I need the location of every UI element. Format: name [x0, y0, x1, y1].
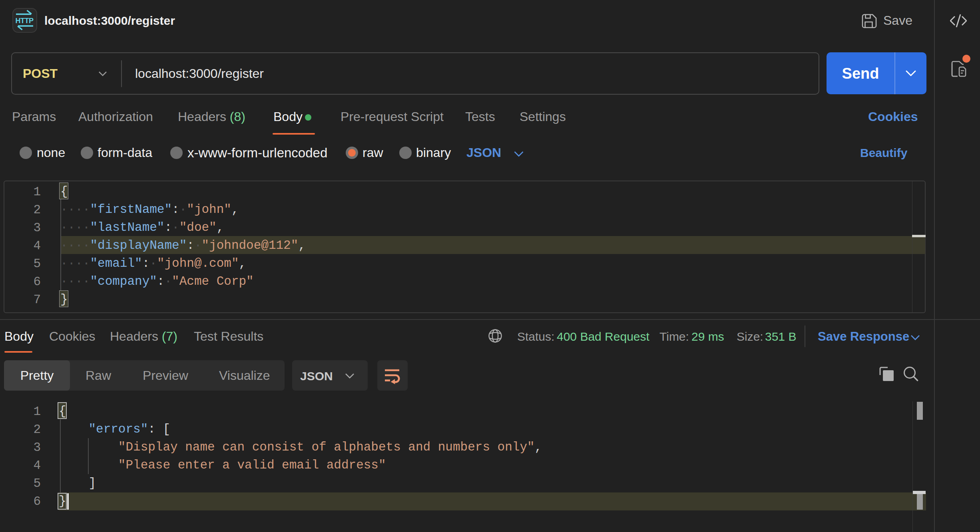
svg-text:HTTP: HTTP [16, 17, 34, 25]
